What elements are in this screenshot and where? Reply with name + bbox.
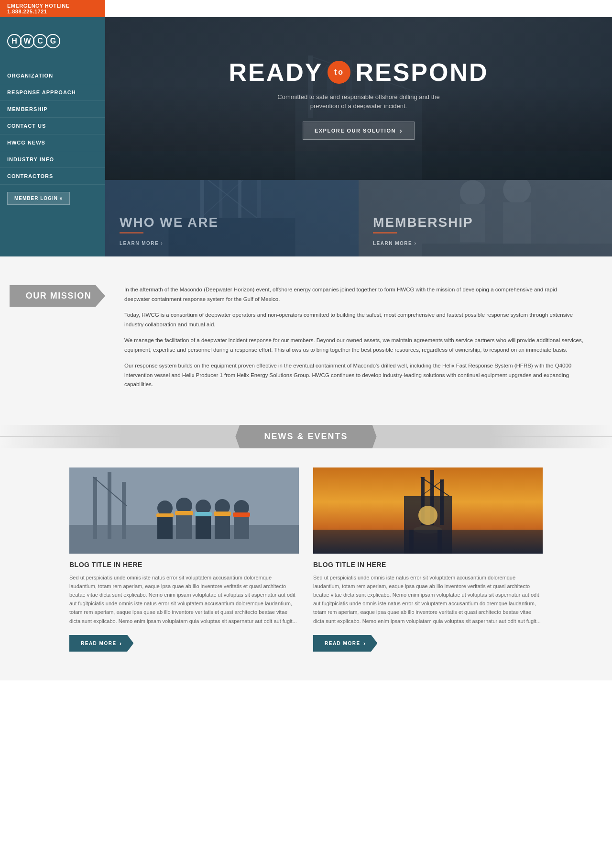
svg-text:C: C bbox=[37, 37, 43, 45]
sidebar-item-contractors[interactable]: CONTRACTORS bbox=[0, 168, 105, 185]
sidebar-item-contact-us[interactable]: CONTACT US bbox=[0, 118, 105, 134]
emergency-label: EMERGENCY HOTLINE bbox=[7, 3, 70, 9]
sidebar-link-response-approach[interactable]: RESPONSE APPROACH bbox=[0, 84, 105, 101]
main-content-area: READY to RESPOND Committed to safe and r… bbox=[105, 17, 612, 256]
mission-para-1: In the aftermath of the Macondo (Deepwat… bbox=[124, 285, 583, 304]
hero-title-right: RESPOND bbox=[355, 58, 488, 87]
card-who-we-are: WHO WE ARE LEARN MORE bbox=[105, 180, 359, 256]
explore-button[interactable]: EXPLORE OUR SOLUTION bbox=[303, 122, 415, 140]
blog-card-1: BLOG TITLE IN HERE Sed ut perspiciatis u… bbox=[69, 467, 299, 652]
svg-rect-62 bbox=[409, 530, 414, 554]
svg-rect-39 bbox=[157, 515, 173, 539]
news-section: NEWS & EVENTS bbox=[0, 425, 612, 680]
logo-area: H W C G bbox=[0, 17, 105, 65]
blog-1-image-svg bbox=[69, 467, 299, 554]
svg-text:W: W bbox=[23, 37, 31, 45]
svg-rect-31 bbox=[422, 244, 612, 256]
sidebar-link-contact-us[interactable]: CONTACT US bbox=[0, 118, 105, 134]
svg-rect-48 bbox=[215, 514, 230, 539]
svg-rect-42 bbox=[176, 513, 192, 539]
mission-label: OUR MISSION bbox=[10, 285, 105, 307]
top-section: H W C G ORGANIZATION RESPONSE APP bbox=[0, 17, 612, 256]
sidebar-item-hwcg-news[interactable]: HWCG NEWS bbox=[0, 134, 105, 151]
sidebar-item-response-approach[interactable]: RESPONSE APPROACH bbox=[0, 84, 105, 101]
sidebar-item-industry-info[interactable]: INDUSTRY INFO bbox=[0, 151, 105, 168]
svg-rect-63 bbox=[437, 530, 442, 554]
cards-row: WHO WE ARE LEARN MORE bbox=[105, 180, 612, 256]
blog-2-image-svg bbox=[313, 467, 543, 554]
svg-rect-35 bbox=[108, 472, 111, 539]
mission-para-4: Our response system builds on the equipm… bbox=[124, 361, 583, 389]
sidebar-link-industry-info[interactable]: INDUSTRY INFO bbox=[0, 151, 105, 168]
blog-1-read-more[interactable]: READ MORE bbox=[69, 635, 133, 652]
hero-title-left: READY bbox=[229, 58, 323, 87]
svg-rect-30 bbox=[503, 202, 531, 244]
sidebar-item-membership[interactable]: MEMBERSHIP bbox=[0, 101, 105, 118]
logo[interactable]: H W C G bbox=[7, 27, 60, 56]
svg-rect-43 bbox=[175, 511, 193, 515]
mission-section: OUR MISSION In the aftermath of the Maco… bbox=[0, 256, 612, 425]
svg-rect-40 bbox=[156, 513, 174, 517]
blog-cards-container: BLOG TITLE IN HERE Sed ut perspiciatis u… bbox=[0, 467, 612, 652]
svg-rect-45 bbox=[196, 514, 211, 539]
hero-banner: READY to RESPOND Committed to safe and r… bbox=[105, 17, 612, 180]
card-membership-bg bbox=[359, 180, 612, 256]
svg-rect-51 bbox=[234, 515, 249, 539]
svg-rect-34 bbox=[93, 477, 97, 539]
svg-rect-49 bbox=[214, 512, 231, 516]
svg-text:H: H bbox=[11, 37, 17, 45]
news-header: NEWS & EVENTS bbox=[0, 425, 612, 448]
svg-rect-23 bbox=[169, 218, 295, 256]
sidebar-link-membership[interactable]: MEMBERSHIP bbox=[0, 101, 105, 118]
page-wrapper: H W C G ORGANIZATION RESPONSE APP bbox=[0, 17, 612, 680]
hero-to-badge: to bbox=[328, 61, 350, 84]
sidebar: H W C G ORGANIZATION RESPONSE APP bbox=[0, 17, 105, 256]
svg-rect-36 bbox=[122, 482, 126, 539]
blog-1-excerpt: Sed ut perspiciatis unde omnis iste natu… bbox=[69, 573, 299, 625]
svg-rect-46 bbox=[195, 512, 212, 516]
mission-para-3: We manage the facilitation of a deepwate… bbox=[124, 336, 583, 355]
hero-title: READY to RESPOND bbox=[229, 58, 488, 87]
svg-rect-59 bbox=[440, 479, 444, 525]
nav-menu: ORGANIZATION RESPONSE APPROACH MEMBERSHI… bbox=[0, 67, 105, 185]
card-who-bg bbox=[105, 180, 359, 256]
blog-2-read-more[interactable]: READ MORE bbox=[313, 635, 377, 652]
svg-text:G: G bbox=[50, 37, 56, 45]
emergency-bar: EMERGENCY HOTLINE 1.888.225.1721 bbox=[0, 0, 105, 17]
sidebar-link-hwcg-news[interactable]: HWCG NEWS bbox=[0, 134, 105, 151]
blog-image-1 bbox=[69, 467, 299, 554]
sidebar-item-organization[interactable]: ORGANIZATION bbox=[0, 67, 105, 84]
card-membership: MEMBERSHIP LEARN MORE bbox=[359, 180, 612, 256]
sidebar-link-contractors[interactable]: CONTRACTORS bbox=[0, 168, 105, 185]
news-section-title: NEWS & EVENTS bbox=[235, 425, 376, 448]
svg-point-27 bbox=[460, 180, 485, 206]
sidebar-link-organization[interactable]: ORGANIZATION bbox=[0, 67, 105, 84]
emergency-phone: 1.888.225.1721 bbox=[7, 9, 47, 14]
hero-content: READY to RESPOND Committed to safe and r… bbox=[229, 58, 488, 140]
blog-2-excerpt: Sed ut perspiciatis unde omnis iste natu… bbox=[313, 573, 543, 625]
svg-point-64 bbox=[418, 506, 437, 525]
blog-card-2: BLOG TITLE IN HERE Sed ut perspiciatis u… bbox=[313, 467, 543, 652]
hero-subtitle: Committed to safe and responsible offsho… bbox=[229, 92, 488, 111]
mission-para-2: Today, HWCG is a consortium of deepwater… bbox=[124, 311, 583, 329]
blog-1-title: BLOG TITLE IN HERE bbox=[69, 561, 299, 568]
svg-rect-17 bbox=[105, 151, 612, 180]
blog-image-2 bbox=[313, 467, 543, 554]
blog-2-title: BLOG TITLE IN HERE bbox=[313, 561, 543, 568]
member-login-button[interactable]: MEMBER LOGIN bbox=[7, 192, 70, 205]
mission-content: In the aftermath of the Macondo (Deepwat… bbox=[105, 285, 612, 396]
mission-label-wrap: OUR MISSION bbox=[0, 285, 105, 396]
svg-rect-52 bbox=[233, 512, 250, 517]
svg-rect-28 bbox=[460, 204, 485, 243]
